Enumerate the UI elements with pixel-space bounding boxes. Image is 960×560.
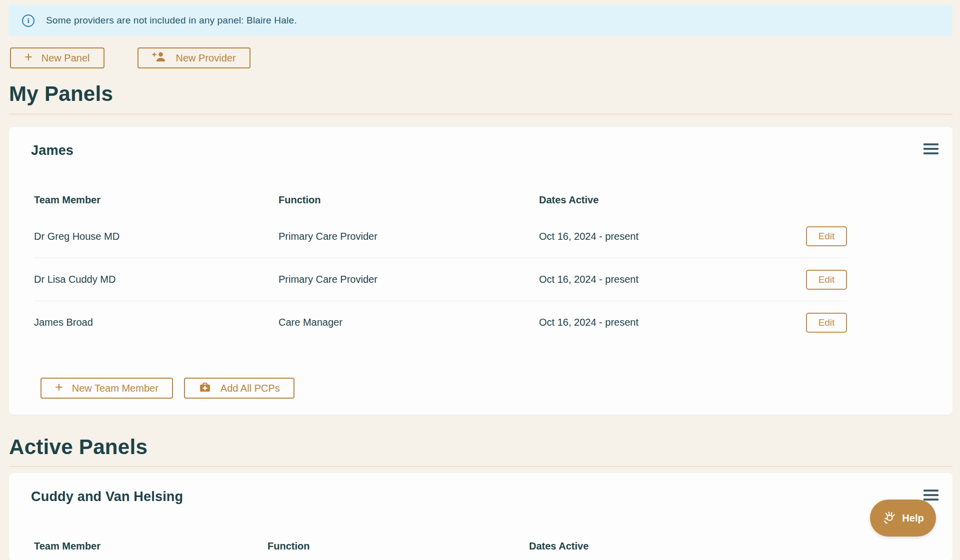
new-panel-label: New Panel	[42, 52, 90, 64]
column-team-member: Team Member	[34, 541, 268, 552]
person-add-icon	[152, 51, 167, 65]
cell-dates-active: Oct 16, 2024 - present	[539, 274, 806, 285]
plus-icon: +	[55, 381, 63, 394]
cell-function: Care Manager	[278, 317, 539, 328]
new-panel-button[interactable]: + New Panel	[10, 47, 104, 68]
edit-button[interactable]: Edit	[806, 270, 847, 290]
new-team-member-button[interactable]: + New Team Member	[40, 378, 173, 399]
column-function: Function	[278, 194, 539, 206]
wave-icon	[882, 510, 897, 527]
help-button[interactable]: Help	[870, 500, 936, 537]
table-row: James Broad Care Manager Oct 16, 2024 - …	[34, 301, 847, 344]
cell-team-member: Dr Lisa Cuddy MD	[34, 274, 278, 285]
banner-message: Some providers are not included in any p…	[46, 15, 297, 26]
team-table: Team Member Function Dates Active	[34, 531, 847, 560]
cell-dates-active: Oct 16, 2024 - present	[539, 231, 806, 242]
table-row: Dr Greg House MD Primary Care Provider O…	[34, 215, 847, 258]
info-icon: i	[22, 14, 34, 27]
column-function: Function	[268, 541, 529, 552]
active-panels-heading: Active Panels	[9, 435, 960, 459]
panel-card-cuddy-van-helsing: Cuddy and Van Helsing Team Member Functi…	[9, 473, 952, 560]
panel-title: James	[31, 142, 952, 159]
toolbar: + New Panel New Provider	[10, 47, 960, 68]
panel-card-james: James Team Member Function Dates Active …	[9, 127, 952, 415]
my-panels-divider	[9, 114, 952, 114]
card-actions: + New Team Member Add All PCPs	[40, 378, 952, 399]
active-panels-divider	[9, 466, 952, 467]
edit-button[interactable]: Edit	[806, 313, 847, 333]
cell-team-member: Dr Greg House MD	[34, 231, 278, 242]
edit-button[interactable]: Edit	[806, 226, 847, 246]
panel-title: Cuddy and Van Helsing	[31, 488, 952, 505]
help-label: Help	[902, 513, 924, 524]
add-all-pcps-button[interactable]: Add All PCPs	[184, 378, 294, 399]
column-dates-active: Dates Active	[529, 541, 796, 552]
plus-icon: +	[24, 50, 32, 64]
cell-function: Primary Care Provider	[278, 274, 539, 285]
new-provider-button[interactable]: New Provider	[138, 47, 250, 68]
info-banner: i Some providers are not included in any…	[8, 5, 952, 36]
cell-team-member: James Broad	[34, 317, 278, 328]
team-table: Team Member Function Dates Active Dr Gre…	[34, 185, 847, 344]
table-header-row: Team Member Function Dates Active	[34, 531, 847, 560]
medical-bag-icon	[198, 381, 212, 396]
new-provider-label: New Provider	[176, 52, 236, 64]
add-all-pcps-label: Add All PCPs	[220, 383, 280, 394]
column-team-member: Team Member	[34, 194, 278, 206]
hamburger-menu-icon[interactable]	[924, 143, 938, 154]
table-header-row: Team Member Function Dates Active	[34, 185, 847, 215]
cell-dates-active: Oct 16, 2024 - present	[539, 317, 806, 328]
cell-function: Primary Care Provider	[278, 231, 539, 242]
table-row: Dr Lisa Cuddy MD Primary Care Provider O…	[34, 258, 847, 301]
hamburger-menu-icon[interactable]	[924, 490, 938, 501]
new-team-member-label: New Team Member	[72, 383, 158, 394]
my-panels-heading: My Panels	[9, 82, 960, 106]
column-dates-active: Dates Active	[539, 194, 806, 206]
